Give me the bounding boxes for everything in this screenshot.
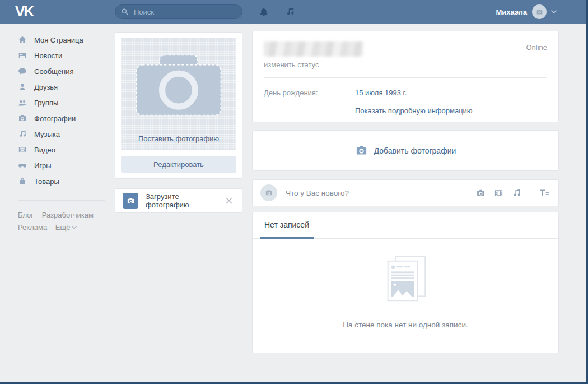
post-composer bbox=[252, 179, 559, 206]
profile-main-column: Online изменить статус День рождения: 15… bbox=[252, 31, 559, 353]
home-icon bbox=[18, 35, 27, 44]
sidebar-item-video[interactable]: Видео bbox=[11, 142, 112, 158]
sidebar-item-music[interactable]: Музыка bbox=[11, 126, 112, 142]
upload-photo-button[interactable] bbox=[123, 193, 138, 209]
profile-photo-placeholder[interactable]: Поставить фотографию bbox=[121, 38, 236, 150]
online-status: Online bbox=[526, 43, 547, 52]
footer-link-blog[interactable]: Блог bbox=[18, 211, 34, 219]
footer-link-ads[interactable]: Реклама bbox=[18, 223, 47, 232]
footer-link-developers[interactable]: Разработчикам bbox=[42, 211, 94, 219]
sidebar-item-groups[interactable]: Группы bbox=[11, 95, 112, 110]
sidebar-item-label: Моя Страница bbox=[34, 36, 83, 44]
camera-placeholder-icon bbox=[128, 48, 230, 122]
user-name: Михаэла bbox=[496, 8, 527, 16]
sidebar-item-label: Группы bbox=[34, 99, 58, 107]
wall-card: Нет записей bbox=[252, 212, 559, 353]
music-note-icon bbox=[18, 129, 27, 138]
vk-logo[interactable]: VK bbox=[15, 3, 33, 20]
camera-icon bbox=[536, 8, 543, 16]
camera-icon bbox=[127, 197, 135, 205]
sidebar-item-photos[interactable]: Фотографии bbox=[11, 110, 112, 126]
groups-icon bbox=[18, 98, 27, 107]
sidebar-item-label: Видео bbox=[34, 146, 55, 154]
set-photo-link[interactable]: Поставить фотографию bbox=[138, 135, 219, 143]
show-details-link[interactable]: Показать подробную информацию bbox=[355, 107, 547, 115]
camera-icon bbox=[265, 189, 273, 197]
profile-photo-column: Поставить фотографию Редактировать Загру… bbox=[115, 32, 242, 213]
tab-no-posts[interactable]: Нет записей bbox=[260, 212, 314, 239]
edit-button[interactable]: Редактировать bbox=[121, 156, 236, 173]
birthday-value-link[interactable]: 15 июля 1993 г. bbox=[355, 89, 407, 97]
profile-divider bbox=[264, 77, 547, 78]
composer-avatar bbox=[260, 184, 277, 201]
video-icon bbox=[18, 145, 27, 154]
profile-photo-card: Поставить фотографию Редактировать bbox=[115, 32, 242, 179]
photos-icon bbox=[18, 114, 27, 123]
attach-music-icon[interactable] bbox=[512, 188, 521, 198]
search-input[interactable] bbox=[133, 7, 236, 17]
attach-video-icon[interactable] bbox=[494, 188, 503, 198]
sidebar-item-label: Друзья bbox=[34, 83, 58, 91]
sidebar-item-my-page[interactable]: Моя Страница bbox=[11, 32, 112, 48]
window-right-edge bbox=[586, 0, 588, 384]
sidebar-item-label: Новости bbox=[34, 52, 62, 60]
composer-input[interactable] bbox=[284, 188, 468, 198]
footer-link-more[interactable]: Ещё bbox=[55, 223, 77, 232]
empty-wall-message: На стене пока нет ни одной записи. bbox=[343, 321, 468, 329]
news-icon bbox=[18, 51, 27, 60]
sidebar-item-friends[interactable]: Друзья bbox=[11, 79, 112, 95]
change-status-link[interactable]: изменить статус bbox=[264, 61, 547, 69]
camera-icon bbox=[355, 144, 368, 157]
sidebar-item-label: Игры bbox=[34, 161, 52, 170]
sidebar-item-label: Товары bbox=[34, 177, 59, 186]
user-avatar[interactable] bbox=[532, 4, 547, 19]
add-photos-label: Добавить фотографии bbox=[374, 146, 456, 155]
birthday-row: День рождения: 15 июля 1993 г. bbox=[264, 89, 547, 97]
search-box[interactable] bbox=[115, 4, 242, 19]
add-photos-card[interactable]: Добавить фотографии bbox=[252, 130, 559, 171]
music-icon[interactable] bbox=[285, 7, 295, 17]
bell-icon[interactable] bbox=[259, 7, 269, 17]
wall-empty-state: На стене пока нет ни одной записи. bbox=[253, 239, 558, 329]
sidebar-item-goods[interactable]: Товары bbox=[11, 173, 112, 189]
friends-icon bbox=[18, 82, 27, 91]
sidebar-item-label: Сообщения bbox=[34, 67, 74, 76]
left-sidebar: Моя Страница Новости Сообщения Друзья Гр… bbox=[11, 24, 112, 234]
profile-info-card: Online изменить статус День рождения: 15… bbox=[252, 31, 559, 122]
sidebar-item-news[interactable]: Новости bbox=[11, 48, 112, 63]
composer-divider bbox=[530, 187, 530, 199]
composer-attachments bbox=[468, 187, 550, 199]
empty-wall-icon bbox=[374, 256, 437, 307]
upload-photo-card: Загрузите фотографию bbox=[115, 188, 242, 213]
upload-photo-label: Загрузите фотографию bbox=[146, 192, 223, 209]
chevron-down-icon bbox=[72, 226, 77, 229]
top-header: VK Михаэла bbox=[0, 0, 588, 24]
attach-photo-icon[interactable] bbox=[476, 188, 486, 198]
sidebar-item-messages[interactable]: Сообщения bbox=[11, 63, 112, 79]
goods-icon bbox=[18, 177, 27, 186]
search-icon bbox=[121, 8, 133, 16]
close-icon[interactable] bbox=[223, 195, 235, 206]
sidebar-item-label: Музыка bbox=[34, 130, 60, 138]
text-format-icon[interactable] bbox=[539, 188, 550, 197]
profile-name-redacted bbox=[264, 41, 363, 57]
sidebar-footer: Блог Разработчикам Реклама Ещё bbox=[11, 201, 112, 234]
sidebar-item-games[interactable]: Игры bbox=[11, 158, 112, 173]
birthday-label: День рождения: bbox=[264, 89, 355, 97]
wall-tabs: Нет записей bbox=[253, 212, 558, 239]
chevron-down-icon bbox=[551, 10, 557, 13]
sidebar-item-label: Фотографии bbox=[34, 114, 76, 123]
games-icon bbox=[18, 161, 27, 170]
messages-icon bbox=[18, 67, 27, 76]
user-menu[interactable]: Михаэла bbox=[496, 0, 557, 24]
